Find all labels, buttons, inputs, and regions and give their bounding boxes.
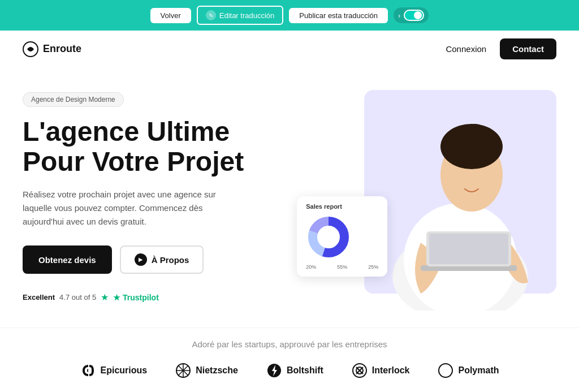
svg-point-5: [457, 124, 491, 152]
contact-button[interactable]: Contact: [500, 38, 556, 59]
boltshift-icon: [266, 363, 282, 378]
polymath-label: Polymath: [458, 365, 499, 376]
brand-polymath: Polymath: [438, 363, 499, 378]
logo[interactable]: Enroute: [23, 41, 81, 57]
brands-row: Epicurious Nietzsche Boltshift Interlock…: [23, 363, 556, 378]
connexion-button[interactable]: Connexion: [446, 44, 486, 54]
trustpilot-excellent: Excellent: [23, 293, 55, 301]
svg-point-24: [439, 364, 452, 377]
interlock-label: Interlock: [372, 365, 410, 376]
hero-badge: Agence de Design Moderne: [23, 92, 124, 107]
brand-boltshift: Boltshift: [266, 363, 323, 378]
nietzsche-icon: [175, 363, 191, 378]
brand-nietzsche: Nietzsche: [175, 363, 238, 378]
translation-bar: Volver ✎ Editar traducción Publicar esta…: [0, 0, 579, 31]
legend-55: 55%: [337, 264, 347, 270]
polymath-icon: [438, 363, 453, 378]
toggle-switch[interactable]: [404, 10, 424, 21]
hero-buttons: Obtenez devis ▶ À Propos: [23, 245, 269, 274]
logo-icon: [23, 41, 38, 57]
sales-card-title: Sales report: [306, 203, 378, 210]
brands-section: Adoré par les startups, approuvé par les…: [0, 328, 579, 392]
interlock-icon: [352, 363, 368, 378]
legend-25: 25%: [368, 264, 378, 270]
trustpilot-rating: 4.7 out of 5: [59, 293, 96, 301]
sales-report-card: Sales report 20% 55% 25%: [297, 196, 387, 277]
nietzsche-label: Nietzsche: [196, 365, 238, 376]
svg-rect-8: [429, 234, 508, 264]
hero-person-illustration: [364, 84, 556, 311]
epicurious-icon: [80, 363, 96, 378]
volver-button[interactable]: Volver: [150, 8, 191, 23]
legend-20: 20%: [306, 264, 316, 270]
nav-right: Connexion Contact: [446, 38, 556, 59]
epicurious-label: Epicurious: [101, 365, 148, 376]
navbar: Enroute Connexion Contact: [0, 31, 579, 67]
brands-subtitle: Adoré par les startups, approuvé par les…: [23, 339, 556, 349]
hero-section: Agence de Design Moderne L'agence Ultime…: [0, 67, 579, 322]
svg-point-12: [318, 227, 339, 247]
hero-left: Agence de Design Moderne L'agence Ultime…: [23, 92, 286, 303]
trustpilot-logo: ★ Trustpilot: [113, 293, 159, 302]
obtenez-devis-button[interactable]: Obtenez devis: [23, 245, 112, 274]
logo-text: Enroute: [43, 43, 81, 55]
trustpilot-area: Excellent 4.7 out of 5 ★ ★ Trustpilot: [23, 292, 269, 303]
donut-chart: [306, 214, 351, 260]
boltshift-label: Boltshift: [287, 365, 323, 376]
brand-epicurious: Epicurious: [80, 363, 148, 378]
trustpilot-star-icon: ★: [101, 292, 109, 303]
hero-title: L'agence Ultime Pour Votre Projet: [23, 117, 269, 177]
toggle-area[interactable]: ›: [394, 7, 429, 23]
hero-right: Sales report 20% 55% 25%: [286, 84, 556, 311]
play-icon: ▶: [135, 253, 147, 266]
a-propos-button[interactable]: ▶ À Propos: [120, 245, 204, 274]
brand-interlock: Interlock: [352, 363, 410, 378]
edit-icon: ✎: [206, 10, 216, 20]
edit-translation-button[interactable]: ✎ Editar traducción: [197, 6, 284, 25]
hero-description: Réalisez votre prochain projet avec une …: [23, 188, 237, 229]
arrow-icon: ›: [398, 11, 400, 20]
publish-translation-button[interactable]: Publicar esta traducción: [289, 8, 388, 23]
